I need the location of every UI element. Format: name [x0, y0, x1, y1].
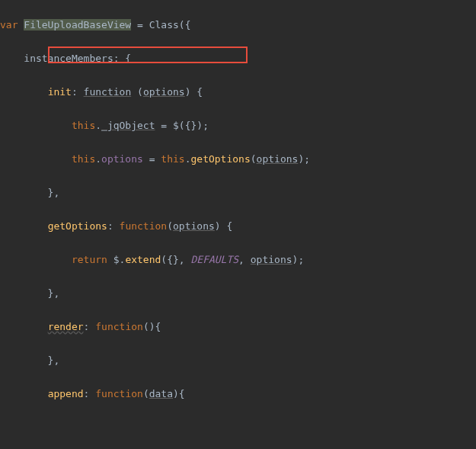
code-text: }, — [0, 187, 59, 198]
constant: DEFAULTS — [190, 254, 238, 265]
code-text: }, — [0, 354, 59, 366]
keyword-this: this — [72, 153, 95, 165]
keyword-this: this — [161, 153, 184, 165]
keyword-function: function — [84, 86, 132, 98]
parameter: options — [173, 220, 215, 232]
code-line[interactable]: return $.extend({}, DEFAULTS, options); — [0, 252, 476, 268]
keyword-this: this — [72, 120, 95, 131]
code-line[interactable]: this._jqObject = $({}); — [0, 117, 476, 134]
code-line[interactable]: append: function(data){ — [0, 386, 476, 402]
parameter: data — [149, 388, 173, 399]
keyword-var: var — [0, 19, 18, 30]
code-line[interactable]: instanceMembers: { — [0, 50, 476, 67]
code-line[interactable]: getOptions: function(options) { — [0, 218, 476, 235]
method: getOptions — [190, 153, 250, 165]
property: options — [101, 153, 143, 165]
code-text: instanceMembers: { — [0, 53, 131, 64]
parameter: options — [251, 254, 292, 265]
code-line[interactable]: }, — [0, 285, 476, 302]
keyword-return: return — [72, 254, 107, 265]
code-line[interactable]: }, — [0, 184, 476, 201]
property: init — [48, 86, 72, 98]
keyword-function: function — [120, 220, 168, 232]
code-text: = $({}); — [155, 120, 209, 131]
parameter: options — [257, 153, 299, 165]
code-line[interactable]: init: function (options) { — [0, 84, 476, 101]
code-editor[interactable]: var FileUploadBaseView = Class({ instanc… — [0, 0, 476, 449]
selected-identifier: FileUploadBaseView — [24, 19, 131, 30]
property: render — [48, 321, 84, 332]
method: extend — [125, 254, 161, 265]
code-line[interactable] — [0, 419, 476, 436]
property: append — [48, 388, 84, 399]
code-text: }, — [0, 287, 59, 299]
code-line[interactable]: render: function(){ — [0, 319, 476, 335]
property: _jqObject — [101, 120, 155, 131]
property: getOptions — [48, 220, 107, 232]
parameter: options — [143, 86, 185, 98]
code-line[interactable]: var FileUploadBaseView = Class({ — [0, 17, 476, 34]
keyword-function: function — [95, 321, 143, 332]
code-line[interactable]: this.options = this.getOptions(options); — [0, 151, 476, 168]
code-text: = Class({ — [131, 19, 190, 30]
keyword-function: function — [95, 388, 143, 399]
code-line[interactable]: }, — [0, 352, 476, 369]
